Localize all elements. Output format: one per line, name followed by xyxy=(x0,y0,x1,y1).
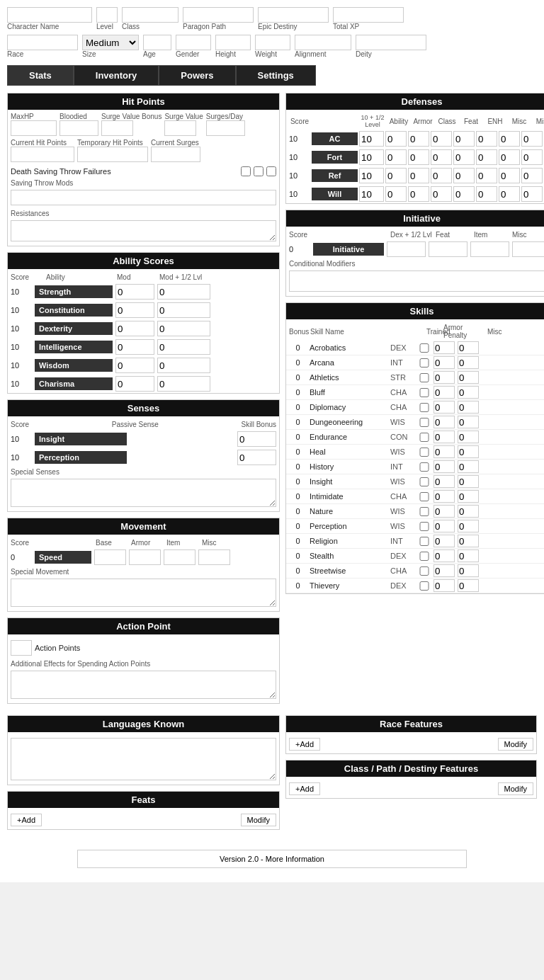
def-enh-0[interactable] xyxy=(476,131,497,147)
skill-trained-4[interactable] xyxy=(418,403,431,412)
skill-armor-pen-9[interactable] xyxy=(434,475,455,488)
skill-misc-11[interactable] xyxy=(458,505,479,518)
skill-trained-13[interactable] xyxy=(418,537,431,546)
skill-misc-13[interactable] xyxy=(458,535,479,547)
skill-misc-15[interactable] xyxy=(458,564,479,577)
skill-armor-pen-7[interactable] xyxy=(434,445,455,458)
skill-trained-3[interactable] xyxy=(418,388,431,397)
def-misc2-1[interactable] xyxy=(521,149,543,165)
skill-misc-3[interactable] xyxy=(458,386,479,399)
sense-bonus-0[interactable] xyxy=(237,431,276,447)
skill-armor-pen-11[interactable] xyxy=(434,505,455,518)
skill-trained-11[interactable] xyxy=(418,507,431,516)
def-misc1-0[interactable] xyxy=(499,131,520,147)
skill-misc-16[interactable] xyxy=(458,579,479,592)
char-name-input[interactable]: A New Character xyxy=(7,7,92,23)
alignment-input[interactable] xyxy=(295,35,351,50)
height-input[interactable] xyxy=(215,35,251,50)
def-misc1-1[interactable] xyxy=(499,149,520,165)
def-ability-0[interactable] xyxy=(385,131,407,147)
class-input[interactable] xyxy=(122,7,178,23)
death-save-1[interactable] xyxy=(241,166,251,176)
def-10half-2[interactable] xyxy=(359,168,384,183)
ability-half-3[interactable] xyxy=(157,339,210,355)
skill-armor-pen-10[interactable] xyxy=(434,490,455,503)
ability-half-5[interactable] xyxy=(157,376,210,392)
skill-misc-10[interactable] xyxy=(458,490,479,503)
age-input[interactable] xyxy=(143,35,171,50)
race-modify-button[interactable]: Modify xyxy=(498,738,533,751)
saving-throw-mods-input[interactable] xyxy=(11,190,276,205)
skill-misc-6[interactable] xyxy=(458,431,479,443)
def-ability-2[interactable] xyxy=(385,168,407,183)
skill-armor-pen-15[interactable] xyxy=(434,564,455,577)
epic-input[interactable] xyxy=(258,7,329,23)
skill-trained-2[interactable] xyxy=(418,373,431,382)
skill-misc-7[interactable] xyxy=(458,445,479,458)
race-input[interactable] xyxy=(7,35,78,50)
surges-day-input[interactable]: 0 xyxy=(206,120,245,136)
race-add-button[interactable]: +Add xyxy=(289,738,320,751)
surge-value-input[interactable]: 0 xyxy=(164,120,196,136)
class-add-button[interactable]: +Add xyxy=(289,782,320,795)
skill-armor-pen-16[interactable] xyxy=(434,579,455,592)
skill-armor-pen-6[interactable] xyxy=(434,431,455,443)
skill-armor-pen-8[interactable] xyxy=(434,460,455,473)
skill-misc-14[interactable] xyxy=(458,549,479,562)
feats-add-button[interactable]: +Add xyxy=(11,814,42,826)
skill-misc-1[interactable] xyxy=(458,356,479,369)
maxhp-input[interactable]: 0 xyxy=(11,120,57,136)
size-select[interactable]: Medium Small Large Tiny Huge xyxy=(82,35,139,50)
def-enh-3[interactable] xyxy=(476,186,497,202)
def-class-0[interactable] xyxy=(431,131,452,147)
skill-trained-1[interactable] xyxy=(418,358,431,368)
def-ability-3[interactable] xyxy=(385,186,407,202)
tab-powers[interactable]: Powers xyxy=(159,65,235,86)
skill-trained-9[interactable] xyxy=(418,477,431,486)
ability-mod-1[interactable] xyxy=(115,302,154,318)
def-class-1[interactable] xyxy=(431,149,452,165)
def-misc2-2[interactable] xyxy=(521,168,543,183)
sense-bonus-1[interactable] xyxy=(237,450,276,465)
version-button[interactable]: Version 2.0 - More Information xyxy=(77,850,467,868)
def-feat-1[interactable] xyxy=(453,149,475,165)
def-10half-1[interactable] xyxy=(359,149,384,165)
current-surges-input[interactable]: 0 xyxy=(151,147,200,162)
ability-mod-0[interactable] xyxy=(115,284,154,300)
skill-trained-14[interactable] xyxy=(418,552,431,561)
skill-trained-10[interactable] xyxy=(418,492,431,501)
skill-trained-16[interactable] xyxy=(418,581,431,591)
gender-input[interactable] xyxy=(176,35,211,50)
skill-armor-pen-5[interactable] xyxy=(434,416,455,428)
skill-trained-8[interactable] xyxy=(418,462,431,472)
tab-settings[interactable]: Settings xyxy=(236,65,316,86)
def-10half-0[interactable] xyxy=(359,131,384,147)
paragon-input[interactable] xyxy=(183,7,254,23)
def-class-2[interactable] xyxy=(431,168,452,183)
skill-misc-0[interactable] xyxy=(458,341,479,354)
skill-armor-pen-1[interactable] xyxy=(434,356,455,369)
ability-half-2[interactable] xyxy=(157,321,210,336)
def-armor-2[interactable] xyxy=(408,168,429,183)
def-armor-3[interactable] xyxy=(408,186,429,202)
skill-trained-0[interactable] xyxy=(418,343,431,353)
skill-trained-6[interactable] xyxy=(418,433,431,442)
skill-trained-12[interactable] xyxy=(418,522,431,531)
def-enh-1[interactable] xyxy=(476,149,497,165)
skill-misc-9[interactable] xyxy=(458,475,479,488)
ability-half-4[interactable] xyxy=(157,358,210,373)
ability-mod-4[interactable] xyxy=(115,358,154,373)
def-feat-3[interactable] xyxy=(453,186,475,202)
ability-mod-5[interactable] xyxy=(115,376,154,392)
feats-modify-button[interactable]: Modify xyxy=(241,814,276,826)
skill-armor-pen-0[interactable] xyxy=(434,341,455,354)
special-senses-area[interactable] xyxy=(11,479,276,507)
class-modify-button[interactable]: Modify xyxy=(498,782,533,795)
def-misc2-0[interactable] xyxy=(521,131,543,147)
death-save-3[interactable] xyxy=(266,166,276,176)
skill-armor-pen-3[interactable] xyxy=(434,386,455,399)
speed-item-input[interactable]: 0 xyxy=(164,549,196,565)
def-10half-3[interactable] xyxy=(359,186,384,202)
def-enh-2[interactable] xyxy=(476,168,497,183)
action-effects-area[interactable] xyxy=(11,671,276,699)
